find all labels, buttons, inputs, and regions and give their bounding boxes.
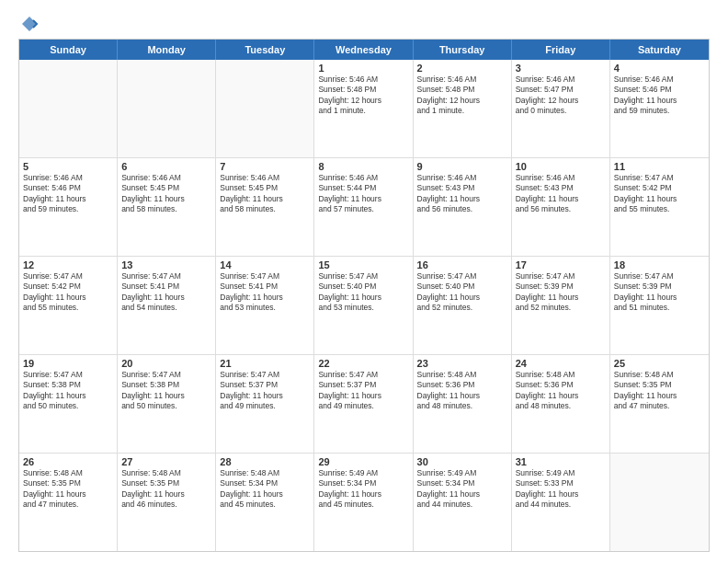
day-number: 17 — [516, 259, 606, 270]
cell-info: Sunrise: 5:47 AMSunset: 5:41 PMDaylight:… — [121, 271, 211, 314]
cell-info: Sunrise: 5:46 AMSunset: 5:46 PMDaylight:… — [614, 75, 705, 117]
cell-info: Sunrise: 5:46 AMSunset: 5:47 PMDaylight:… — [516, 75, 606, 117]
table-row: 21Sunrise: 5:47 AMSunset: 5:37 PMDayligh… — [216, 355, 314, 453]
header-cell-friday: Friday — [512, 40, 610, 60]
day-number: 3 — [516, 63, 606, 74]
header-cell-sunday: Sunday — [19, 40, 118, 60]
table-row: 14Sunrise: 5:47 AMSunset: 5:41 PMDayligh… — [216, 257, 314, 354]
cell-info: Sunrise: 5:48 AMSunset: 5:36 PMDaylight:… — [417, 370, 507, 412]
cell-info: Sunrise: 5:47 AMSunset: 5:41 PMDaylight:… — [220, 271, 310, 314]
calendar-row: 5Sunrise: 5:46 AMSunset: 5:46 PMDaylight… — [19, 158, 709, 257]
day-number: 20 — [121, 358, 211, 369]
table-row — [216, 60, 314, 157]
day-number: 15 — [318, 259, 408, 270]
cell-info: Sunrise: 5:49 AMSunset: 5:34 PMDaylight:… — [318, 468, 408, 511]
cell-info: Sunrise: 5:48 AMSunset: 5:35 PMDaylight:… — [23, 468, 113, 511]
header-cell-wednesday: Wednesday — [314, 40, 413, 60]
day-number: 30 — [417, 456, 507, 467]
table-row — [118, 60, 216, 157]
table-row: 25Sunrise: 5:48 AMSunset: 5:35 PMDayligh… — [610, 355, 709, 453]
cell-info: Sunrise: 5:47 AMSunset: 5:38 PMDaylight:… — [23, 370, 113, 412]
day-number: 25 — [614, 358, 705, 369]
cell-info: Sunrise: 5:47 AMSunset: 5:39 PMDaylight:… — [614, 271, 705, 314]
table-row: 22Sunrise: 5:47 AMSunset: 5:37 PMDayligh… — [314, 355, 413, 453]
table-row: 23Sunrise: 5:48 AMSunset: 5:36 PMDayligh… — [414, 355, 512, 453]
table-row: 10Sunrise: 5:46 AMSunset: 5:43 PMDayligh… — [512, 158, 610, 256]
cell-info: Sunrise: 5:49 AMSunset: 5:33 PMDaylight:… — [516, 468, 606, 511]
day-number: 5 — [23, 161, 113, 172]
table-row: 7Sunrise: 5:46 AMSunset: 5:45 PMDaylight… — [216, 158, 314, 256]
day-number: 2 — [417, 63, 507, 74]
table-row: 30Sunrise: 5:49 AMSunset: 5:34 PMDayligh… — [414, 454, 512, 551]
table-row: 2Sunrise: 5:46 AMSunset: 5:48 PMDaylight… — [414, 60, 512, 157]
cell-info: Sunrise: 5:48 AMSunset: 5:35 PMDaylight:… — [614, 370, 705, 412]
table-row: 5Sunrise: 5:46 AMSunset: 5:46 PMDaylight… — [19, 158, 118, 256]
day-number: 14 — [220, 259, 310, 270]
cell-info: Sunrise: 5:46 AMSunset: 5:43 PMDaylight:… — [417, 173, 507, 215]
table-row: 20Sunrise: 5:47 AMSunset: 5:38 PMDayligh… — [118, 355, 216, 453]
table-row: 16Sunrise: 5:47 AMSunset: 5:40 PMDayligh… — [414, 257, 512, 354]
day-number: 4 — [614, 63, 705, 74]
table-row: 26Sunrise: 5:48 AMSunset: 5:35 PMDayligh… — [19, 454, 118, 551]
day-number: 22 — [318, 358, 408, 369]
day-number: 31 — [516, 456, 606, 467]
cell-info: Sunrise: 5:48 AMSunset: 5:34 PMDaylight:… — [220, 468, 310, 511]
table-row: 4Sunrise: 5:46 AMSunset: 5:46 PMDaylight… — [610, 60, 709, 157]
day-number: 24 — [516, 358, 606, 369]
cell-info: Sunrise: 5:47 AMSunset: 5:42 PMDaylight:… — [23, 271, 113, 314]
cell-info: Sunrise: 5:47 AMSunset: 5:38 PMDaylight:… — [121, 370, 211, 412]
page-header — [18, 15, 710, 33]
calendar-body: 1Sunrise: 5:46 AMSunset: 5:48 PMDaylight… — [19, 60, 709, 551]
day-number: 13 — [121, 259, 211, 270]
header-cell-monday: Monday — [118, 40, 216, 60]
cell-info: Sunrise: 5:47 AMSunset: 5:37 PMDaylight:… — [220, 370, 310, 412]
logo — [18, 15, 39, 33]
cell-info: Sunrise: 5:46 AMSunset: 5:48 PMDaylight:… — [417, 75, 507, 117]
day-number: 16 — [417, 259, 507, 270]
day-number: 26 — [23, 456, 113, 467]
day-number: 9 — [417, 161, 507, 172]
day-number: 23 — [417, 358, 507, 369]
cell-info: Sunrise: 5:47 AMSunset: 5:40 PMDaylight:… — [318, 271, 408, 314]
day-number: 12 — [23, 259, 113, 270]
day-number: 19 — [23, 358, 113, 369]
cell-info: Sunrise: 5:47 AMSunset: 5:40 PMDaylight:… — [417, 271, 507, 314]
day-number: 11 — [614, 161, 705, 172]
header-cell-tuesday: Tuesday — [216, 40, 314, 60]
table-row: 29Sunrise: 5:49 AMSunset: 5:34 PMDayligh… — [314, 454, 413, 551]
day-number: 7 — [220, 161, 310, 172]
table-row — [610, 454, 709, 551]
cell-info: Sunrise: 5:46 AMSunset: 5:46 PMDaylight:… — [23, 173, 113, 215]
cell-info: Sunrise: 5:47 AMSunset: 5:37 PMDaylight:… — [318, 370, 408, 412]
table-row: 1Sunrise: 5:46 AMSunset: 5:48 PMDaylight… — [314, 60, 413, 157]
cell-info: Sunrise: 5:46 AMSunset: 5:48 PMDaylight:… — [318, 75, 408, 117]
table-row: 24Sunrise: 5:48 AMSunset: 5:36 PMDayligh… — [512, 355, 610, 453]
table-row: 8Sunrise: 5:46 AMSunset: 5:44 PMDaylight… — [314, 158, 413, 256]
table-row: 27Sunrise: 5:48 AMSunset: 5:35 PMDayligh… — [118, 454, 216, 551]
table-row: 12Sunrise: 5:47 AMSunset: 5:42 PMDayligh… — [19, 257, 118, 354]
table-row: 9Sunrise: 5:46 AMSunset: 5:43 PMDaylight… — [414, 158, 512, 256]
cell-info: Sunrise: 5:48 AMSunset: 5:36 PMDaylight:… — [516, 370, 606, 412]
table-row: 19Sunrise: 5:47 AMSunset: 5:38 PMDayligh… — [19, 355, 118, 453]
day-number: 8 — [318, 161, 408, 172]
cell-info: Sunrise: 5:48 AMSunset: 5:35 PMDaylight:… — [121, 468, 211, 511]
table-row: 28Sunrise: 5:48 AMSunset: 5:34 PMDayligh… — [216, 454, 314, 551]
header-cell-saturday: Saturday — [610, 40, 709, 60]
calendar-header: SundayMondayTuesdayWednesdayThursdayFrid… — [19, 40, 709, 60]
table-row: 17Sunrise: 5:47 AMSunset: 5:39 PMDayligh… — [512, 257, 610, 354]
cell-info: Sunrise: 5:46 AMSunset: 5:45 PMDaylight:… — [220, 173, 310, 215]
calendar-row: 19Sunrise: 5:47 AMSunset: 5:38 PMDayligh… — [19, 355, 709, 454]
day-number: 27 — [121, 456, 211, 467]
cell-info: Sunrise: 5:47 AMSunset: 5:39 PMDaylight:… — [516, 271, 606, 314]
day-number: 1 — [318, 63, 408, 74]
cell-info: Sunrise: 5:49 AMSunset: 5:34 PMDaylight:… — [417, 468, 507, 511]
cell-info: Sunrise: 5:46 AMSunset: 5:45 PMDaylight:… — [121, 173, 211, 215]
table-row: 6Sunrise: 5:46 AMSunset: 5:45 PMDaylight… — [118, 158, 216, 256]
calendar-row: 12Sunrise: 5:47 AMSunset: 5:42 PMDayligh… — [19, 257, 709, 355]
table-row: 13Sunrise: 5:47 AMSunset: 5:41 PMDayligh… — [118, 257, 216, 354]
header-cell-thursday: Thursday — [414, 40, 512, 60]
table-row: 11Sunrise: 5:47 AMSunset: 5:42 PMDayligh… — [610, 158, 709, 256]
table-row: 3Sunrise: 5:46 AMSunset: 5:47 PMDaylight… — [512, 60, 610, 157]
logo-icon — [20, 15, 39, 33]
day-number: 21 — [220, 358, 310, 369]
